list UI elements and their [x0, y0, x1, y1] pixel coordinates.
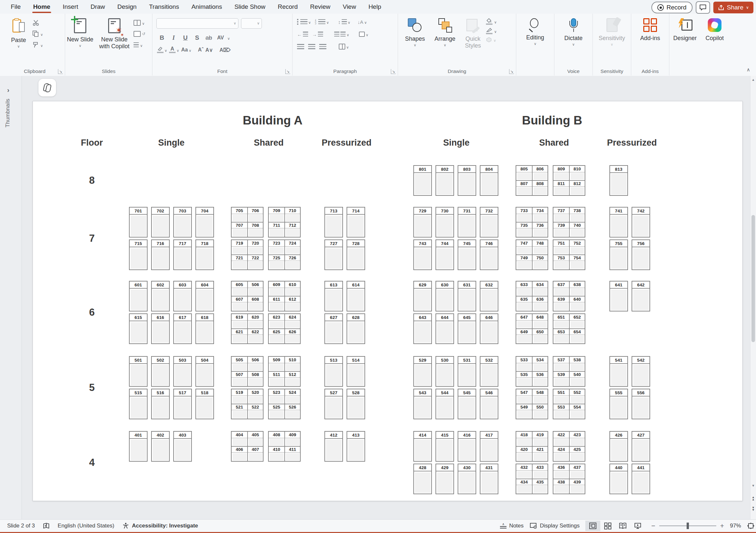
character-spacing-button[interactable]: AV	[216, 33, 226, 42]
shared-rooms-623-626[interactable]: 623624625626	[268, 313, 301, 344]
room-727[interactable]: 727	[324, 239, 343, 270]
room-618[interactable]: 618	[196, 313, 214, 344]
room-516[interactable]: 516	[151, 389, 170, 419]
quick-styles-button[interactable]: Quick Styles	[460, 14, 486, 63]
new-slide-button[interactable]: New Slide ∨	[65, 14, 95, 63]
bold-button[interactable]: B	[157, 33, 167, 42]
room-530[interactable]: 530	[436, 356, 454, 387]
shared-rooms-651-654[interactable]: 651652653654	[553, 313, 585, 344]
room-803[interactable]: 803	[458, 165, 476, 196]
floor-6-label[interactable]: 6	[72, 281, 111, 344]
shared-rooms-809-812[interactable]: 809810811812	[553, 165, 585, 196]
zoom-out-button[interactable]: −	[651, 522, 655, 530]
room-728[interactable]: 728	[347, 239, 365, 270]
paste-button[interactable]: Paste ∨	[5, 14, 33, 63]
format-painter-button[interactable]: ∨	[33, 41, 43, 49]
reset-slide-button[interactable]: ↺	[134, 30, 145, 38]
font-dialog-launcher[interactable]: ↘	[285, 69, 290, 74]
shared-rooms-547-550[interactable]: 547548549550	[516, 389, 548, 419]
room-431[interactable]: 431	[480, 463, 499, 494]
italic-button[interactable]: I	[169, 33, 178, 42]
expand-thumbnails-chevron-icon[interactable]: ›	[7, 86, 10, 94]
room-702[interactable]: 702	[151, 207, 170, 238]
record-button[interactable]: Record	[651, 2, 692, 14]
shared-rooms-523-526[interactable]: 523524525526	[268, 389, 301, 419]
tab-insert[interactable]: Insert	[56, 0, 84, 14]
shared-rooms-737-740[interactable]: 737738739740	[553, 207, 585, 238]
shared-rooms-719-722[interactable]: 719720721722	[231, 239, 263, 270]
align-center-button[interactable]	[308, 42, 315, 51]
room-741[interactable]: 741	[609, 207, 628, 238]
shapes-button[interactable]: Shapes ∨	[400, 14, 430, 63]
display-settings-button[interactable]: Display Settings	[529, 522, 580, 529]
shared-rooms-418-421[interactable]: 418419420421	[516, 431, 548, 462]
room-502[interactable]: 502	[151, 356, 170, 387]
room-630[interactable]: 630	[436, 281, 454, 311]
reading-view-button[interactable]	[615, 520, 630, 531]
room-704[interactable]: 704	[196, 207, 214, 238]
floor-4-label[interactable]: 4	[72, 431, 111, 494]
align-text-button[interactable]: ∨	[359, 30, 368, 39]
font-name-combobox[interactable]: ∨	[156, 18, 238, 29]
room-756[interactable]: 756	[632, 239, 650, 270]
room-614[interactable]: 614	[347, 281, 365, 311]
shared-rooms-609-612[interactable]: 609610611612	[268, 281, 301, 311]
shape-fill-button[interactable]: ∨	[486, 18, 497, 25]
increase-indent-button[interactable]: →	[312, 30, 323, 39]
room-804[interactable]: 804	[480, 165, 499, 196]
room-403[interactable]: 403	[173, 431, 192, 462]
arrange-button[interactable]: Arrange ∨	[430, 14, 460, 63]
room-645[interactable]: 645	[458, 313, 476, 344]
grow-font-button[interactable]: Aˆ	[198, 45, 203, 54]
scroll-up-arrow-icon[interactable]: ▲	[750, 78, 756, 81]
room-514[interactable]: 514	[347, 356, 365, 387]
room-801[interactable]: 801	[413, 165, 432, 196]
room-616[interactable]: 616	[151, 313, 170, 344]
zoom-level[interactable]: 97%	[730, 522, 741, 529]
floor-5-label[interactable]: 5	[72, 356, 111, 419]
room-613[interactable]: 613	[324, 281, 343, 311]
shared-rooms-751-754[interactable]: 751752753754	[553, 239, 585, 270]
room-632[interactable]: 632	[480, 281, 499, 311]
slide-layout-button[interactable]: ∨	[134, 19, 145, 27]
shared-rooms-422-425[interactable]: 422423424425	[553, 431, 585, 462]
shape-outline-button[interactable]: ∨	[486, 28, 497, 34]
room-641[interactable]: 641	[609, 281, 628, 311]
scroll-down-arrow-icon[interactable]: ▼	[750, 484, 756, 488]
room-503[interactable]: 503	[173, 356, 192, 387]
tab-transitions[interactable]: Transitions	[143, 0, 185, 14]
shared-rooms-533-536[interactable]: 533534535536	[516, 356, 548, 387]
comments-button[interactable]	[696, 1, 710, 14]
slideshow-view-button[interactable]	[630, 520, 645, 531]
room-602[interactable]: 602	[151, 281, 170, 311]
new-slide-with-copilot-button[interactable]: ✶✶ New Slide with Copilot	[95, 14, 134, 63]
room-716[interactable]: 716	[151, 239, 170, 270]
room-426[interactable]: 426	[609, 431, 628, 462]
room-644[interactable]: 644	[436, 313, 454, 344]
section-button[interactable]: ∨	[134, 41, 143, 49]
room-643[interactable]: 643	[413, 313, 432, 344]
shared-rooms-723-726[interactable]: 723724725726	[268, 239, 301, 270]
room-427[interactable]: 427	[632, 431, 650, 462]
tab-help[interactable]: Help	[362, 0, 387, 14]
drawing-dialog-launcher[interactable]: ↘	[509, 69, 514, 74]
text-direction-sort-button[interactable]: ↓A ∨	[358, 17, 367, 26]
normal-view-button[interactable]	[585, 520, 600, 531]
notes-button[interactable]: ∧ Notes	[500, 522, 524, 529]
strikethrough-button[interactable]: ab	[204, 33, 214, 42]
room-532[interactable]: 532	[480, 356, 499, 387]
room-604[interactable]: 604	[196, 281, 214, 311]
tab-review[interactable]: Review	[304, 0, 337, 14]
room-541[interactable]: 541	[609, 356, 628, 387]
room-729[interactable]: 729	[413, 207, 432, 238]
share-button[interactable]: Share ∨	[713, 2, 754, 14]
font-size-combobox[interactable]: ∨	[241, 18, 262, 29]
shared-rooms-551-554[interactable]: 551552553554	[553, 389, 585, 419]
room-542[interactable]: 542	[632, 356, 650, 387]
room-546[interactable]: 546	[480, 389, 499, 419]
collapse-ribbon-button[interactable]: ∧	[746, 67, 750, 73]
paragraph-dialog-launcher[interactable]: ↘	[391, 69, 396, 74]
room-440[interactable]: 440	[609, 463, 628, 494]
tab-file[interactable]: File	[5, 0, 27, 14]
next-slide-button[interactable]: ▼▼	[750, 507, 756, 511]
